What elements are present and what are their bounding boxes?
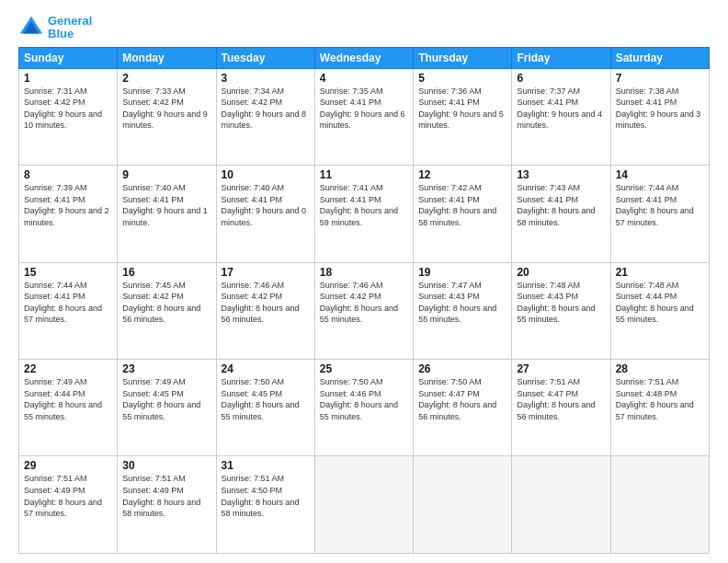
day-info: Sunrise: 7:49 AMSunset: 4:44 PMDaylight:… bbox=[24, 377, 102, 421]
calendar-cell: 20Sunrise: 7:48 AMSunset: 4:43 PMDayligh… bbox=[512, 262, 610, 359]
logo-general: General bbox=[48, 14, 92, 28]
day-number: 8 bbox=[24, 168, 112, 181]
calendar-week-4: 22Sunrise: 7:49 AMSunset: 4:44 PMDayligh… bbox=[19, 360, 710, 456]
day-number: 7 bbox=[616, 72, 704, 85]
calendar-cell bbox=[314, 456, 413, 554]
day-number: 9 bbox=[122, 168, 210, 181]
calendar-cell bbox=[512, 456, 610, 554]
day-info: Sunrise: 7:31 AMSunset: 4:42 PMDaylight:… bbox=[24, 86, 102, 131]
calendar-cell: 18Sunrise: 7:46 AMSunset: 4:42 PMDayligh… bbox=[314, 262, 413, 359]
day-info: Sunrise: 7:50 AMSunset: 4:46 PMDaylight:… bbox=[320, 377, 398, 421]
logo-text: General Blue bbox=[48, 15, 92, 41]
day-info: Sunrise: 7:44 AMSunset: 4:41 PMDaylight:… bbox=[24, 281, 102, 325]
day-number: 3 bbox=[222, 72, 310, 85]
calendar-cell: 6Sunrise: 7:37 AMSunset: 4:41 PMDaylight… bbox=[512, 68, 610, 165]
calendar-cell: 15Sunrise: 7:44 AMSunset: 4:41 PMDayligh… bbox=[19, 262, 118, 359]
day-info: Sunrise: 7:48 AMSunset: 4:43 PMDaylight:… bbox=[517, 281, 595, 325]
col-sunday: Sunday bbox=[19, 47, 118, 68]
col-friday: Friday bbox=[512, 47, 610, 68]
day-number: 24 bbox=[222, 362, 310, 375]
day-info: Sunrise: 7:36 AMSunset: 4:41 PMDaylight:… bbox=[418, 86, 504, 131]
col-wednesday: Wednesday bbox=[314, 47, 413, 68]
day-number: 5 bbox=[418, 72, 506, 85]
calendar-cell: 9Sunrise: 7:40 AMSunset: 4:41 PMDaylight… bbox=[118, 166, 216, 262]
col-tuesday: Tuesday bbox=[216, 47, 314, 68]
calendar-cell bbox=[414, 456, 512, 554]
page: General Blue Sunday Monday Tuesday Wedne… bbox=[0, 0, 728, 563]
calendar-cell: 23Sunrise: 7:49 AMSunset: 4:45 PMDayligh… bbox=[118, 360, 216, 456]
calendar-cell bbox=[610, 456, 709, 554]
calendar-cell: 24Sunrise: 7:50 AMSunset: 4:45 PMDayligh… bbox=[216, 360, 314, 456]
calendar-cell: 2Sunrise: 7:33 AMSunset: 4:42 PMDaylight… bbox=[118, 68, 216, 165]
calendar-cell: 7Sunrise: 7:38 AMSunset: 4:41 PMDaylight… bbox=[610, 68, 709, 165]
day-number: 17 bbox=[222, 266, 310, 279]
calendar-week-3: 15Sunrise: 7:44 AMSunset: 4:41 PMDayligh… bbox=[19, 262, 710, 359]
day-info: Sunrise: 7:39 AMSunset: 4:41 PMDaylight:… bbox=[24, 183, 109, 227]
calendar-cell: 12Sunrise: 7:42 AMSunset: 4:41 PMDayligh… bbox=[414, 166, 512, 262]
day-number: 19 bbox=[418, 266, 506, 279]
calendar-cell: 19Sunrise: 7:47 AMSunset: 4:43 PMDayligh… bbox=[414, 262, 512, 359]
day-number: 25 bbox=[320, 362, 408, 375]
day-number: 6 bbox=[517, 72, 605, 85]
logo-icon bbox=[18, 15, 44, 40]
calendar-cell: 14Sunrise: 7:44 AMSunset: 4:41 PMDayligh… bbox=[610, 166, 709, 262]
day-info: Sunrise: 7:45 AMSunset: 4:42 PMDaylight:… bbox=[122, 281, 200, 325]
calendar-cell: 26Sunrise: 7:50 AMSunset: 4:47 PMDayligh… bbox=[414, 360, 512, 456]
logo: General Blue bbox=[18, 15, 92, 41]
day-info: Sunrise: 7:43 AMSunset: 4:41 PMDaylight:… bbox=[517, 183, 595, 227]
day-number: 28 bbox=[616, 362, 704, 375]
day-info: Sunrise: 7:50 AMSunset: 4:45 PMDaylight:… bbox=[222, 377, 300, 421]
day-info: Sunrise: 7:46 AMSunset: 4:42 PMDaylight:… bbox=[222, 281, 300, 325]
day-info: Sunrise: 7:41 AMSunset: 4:41 PMDaylight:… bbox=[320, 183, 398, 227]
day-info: Sunrise: 7:35 AMSunset: 4:41 PMDaylight:… bbox=[320, 86, 405, 131]
day-info: Sunrise: 7:48 AMSunset: 4:44 PMDaylight:… bbox=[616, 281, 694, 325]
day-number: 11 bbox=[320, 168, 408, 181]
day-number: 26 bbox=[418, 362, 506, 375]
calendar-cell: 1Sunrise: 7:31 AMSunset: 4:42 PMDaylight… bbox=[19, 68, 118, 165]
day-info: Sunrise: 7:51 AMSunset: 4:49 PMDaylight:… bbox=[24, 474, 102, 518]
day-number: 1 bbox=[24, 72, 112, 85]
calendar-cell: 31Sunrise: 7:51 AMSunset: 4:50 PMDayligh… bbox=[216, 456, 314, 554]
calendar-cell: 28Sunrise: 7:51 AMSunset: 4:48 PMDayligh… bbox=[610, 360, 709, 456]
calendar-cell: 16Sunrise: 7:45 AMSunset: 4:42 PMDayligh… bbox=[118, 262, 216, 359]
day-number: 2 bbox=[122, 72, 210, 85]
calendar-cell: 4Sunrise: 7:35 AMSunset: 4:41 PMDaylight… bbox=[314, 68, 413, 165]
calendar-header-row: Sunday Monday Tuesday Wednesday Thursday… bbox=[19, 47, 710, 68]
day-info: Sunrise: 7:51 AMSunset: 4:47 PMDaylight:… bbox=[517, 377, 595, 421]
day-number: 13 bbox=[517, 168, 605, 181]
day-info: Sunrise: 7:51 AMSunset: 4:50 PMDaylight:… bbox=[222, 474, 300, 518]
day-number: 23 bbox=[122, 362, 210, 375]
calendar-cell: 10Sunrise: 7:40 AMSunset: 4:41 PMDayligh… bbox=[216, 166, 314, 262]
col-thursday: Thursday bbox=[414, 47, 512, 68]
day-info: Sunrise: 7:34 AMSunset: 4:42 PMDaylight:… bbox=[222, 86, 307, 131]
logo-blue: Blue bbox=[48, 27, 74, 40]
calendar-cell: 17Sunrise: 7:46 AMSunset: 4:42 PMDayligh… bbox=[216, 262, 314, 359]
calendar-cell: 21Sunrise: 7:48 AMSunset: 4:44 PMDayligh… bbox=[610, 262, 709, 359]
day-number: 21 bbox=[616, 266, 704, 279]
day-info: Sunrise: 7:42 AMSunset: 4:41 PMDaylight:… bbox=[418, 183, 496, 227]
calendar-week-5: 29Sunrise: 7:51 AMSunset: 4:49 PMDayligh… bbox=[19, 456, 710, 554]
calendar-cell: 3Sunrise: 7:34 AMSunset: 4:42 PMDaylight… bbox=[216, 68, 314, 165]
calendar-cell: 13Sunrise: 7:43 AMSunset: 4:41 PMDayligh… bbox=[512, 166, 610, 262]
day-number: 30 bbox=[122, 459, 210, 472]
day-number: 16 bbox=[122, 266, 210, 279]
day-info: Sunrise: 7:51 AMSunset: 4:48 PMDaylight:… bbox=[616, 377, 694, 421]
day-info: Sunrise: 7:33 AMSunset: 4:42 PMDaylight:… bbox=[122, 86, 208, 131]
calendar-cell: 8Sunrise: 7:39 AMSunset: 4:41 PMDaylight… bbox=[19, 166, 118, 262]
day-number: 31 bbox=[222, 459, 310, 472]
calendar-cell: 22Sunrise: 7:49 AMSunset: 4:44 PMDayligh… bbox=[19, 360, 118, 456]
day-number: 4 bbox=[320, 72, 408, 85]
day-info: Sunrise: 7:38 AMSunset: 4:41 PMDaylight:… bbox=[616, 86, 701, 131]
day-number: 15 bbox=[24, 266, 112, 279]
day-info: Sunrise: 7:46 AMSunset: 4:42 PMDaylight:… bbox=[320, 281, 398, 325]
calendar-cell: 29Sunrise: 7:51 AMSunset: 4:49 PMDayligh… bbox=[19, 456, 118, 554]
day-info: Sunrise: 7:44 AMSunset: 4:41 PMDaylight:… bbox=[616, 183, 694, 227]
day-number: 10 bbox=[222, 168, 310, 181]
calendar-table: Sunday Monday Tuesday Wednesday Thursday… bbox=[18, 47, 710, 554]
col-monday: Monday bbox=[118, 47, 216, 68]
day-info: Sunrise: 7:50 AMSunset: 4:47 PMDaylight:… bbox=[418, 377, 496, 421]
day-info: Sunrise: 7:37 AMSunset: 4:41 PMDaylight:… bbox=[517, 86, 602, 131]
header: General Blue bbox=[18, 15, 710, 41]
day-number: 14 bbox=[616, 168, 704, 181]
day-info: Sunrise: 7:40 AMSunset: 4:41 PMDaylight:… bbox=[122, 183, 208, 227]
